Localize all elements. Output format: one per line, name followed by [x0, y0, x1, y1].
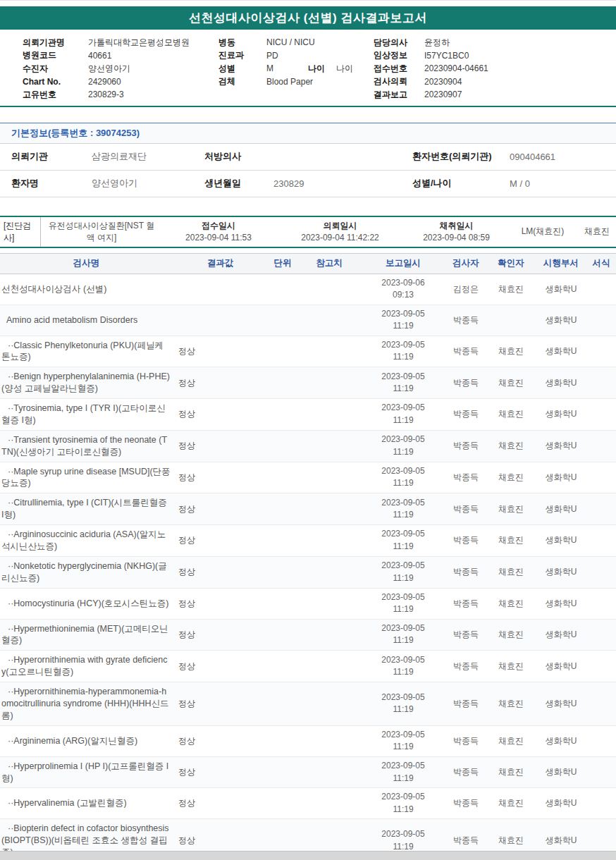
basic-info-table: 의뢰기관삼광의료재단처방의사환자번호(의뢰기관)090404661환자명양선영아…: [0, 144, 616, 197]
confirmer-name: 채효진: [486, 797, 536, 809]
result-row[interactable]: ··Hypervalinemia (고발린혈증)정상2023-09-0511:1…: [0, 788, 616, 819]
info-row: 병원코드40661: [23, 49, 218, 63]
examiner-name: 박종득: [445, 698, 486, 710]
examiner-name: 김정은: [445, 283, 486, 295]
result-value: 정상: [173, 377, 268, 389]
field-value: 20230904-04661: [424, 63, 488, 73]
examiner-name: 박종득: [445, 440, 486, 452]
result-row[interactable]: ··Hyperprolinemia I (HP I)(고프롤린혈증 I형)정상2…: [0, 757, 616, 789]
field-label: 검체: [218, 75, 266, 87]
field-value: PD: [266, 51, 278, 61]
department-name: 생화학U: [536, 345, 586, 357]
test-name: ··Transient tyrosinemia of the neonate (…: [0, 431, 173, 462]
diagnosis-test-group: 유전성대사이상질환[NST 혈액 여지]: [41, 218, 162, 245]
datetime-value: 2023-09-04 11:53: [162, 232, 275, 243]
examiner-name: 박종득: [445, 408, 486, 420]
report-date: 2023-09-05: [361, 729, 445, 741]
report-date: 2023-09-05: [361, 528, 445, 540]
report-datetime: 2023-09-0511:19: [361, 591, 445, 616]
column-header: 보고일시: [361, 257, 445, 269]
result-row[interactable]: ··Transient tyrosinemia of the neonate (…: [0, 431, 616, 462]
result-row[interactable]: ··Argininemia (ARG)(알지닌혈증)정상2023-09-0511…: [0, 726, 616, 757]
result-value: 정상: [173, 698, 268, 710]
datetime-label: 접수일시: [162, 220, 275, 231]
result-row[interactable]: ··Nonketotic hyperglycinemia (NKHG)(글리신뇨…: [0, 557, 616, 589]
result-row[interactable]: ··Homocystinuria (HCY)(호모시스틴뇨증)정상2023-09…: [0, 589, 616, 620]
info-row: 병동NICU / NICU: [218, 36, 374, 49]
field-label: 나이: [308, 63, 336, 75]
result-value: 정상: [173, 735, 268, 747]
test-name: ··Hyperornithinemia-hyperammonemia-homoc…: [0, 682, 173, 725]
collector-name: LM(채효진): [507, 226, 578, 238]
result-row[interactable]: Amino acid metabolism Disorders2023-09-0…: [0, 305, 616, 336]
result-row[interactable]: ··Hyperornithinemia with gyrate deficien…: [0, 651, 616, 682]
datetime-stack: 의뢰일시2023-09-04 11:42:22: [275, 220, 405, 242]
report-datetime: 2023-09-0511:19: [361, 434, 445, 458]
column-header: 서식: [586, 257, 616, 269]
field-label: 환자명: [0, 177, 86, 190]
field-label: 생년월일: [204, 177, 268, 190]
report-datetime: 2023-09-0511:19: [361, 402, 445, 426]
report-date: 2023-09-05: [361, 692, 445, 704]
report-datetime: 2023-09-0511:19: [361, 465, 445, 490]
field-value: Blood Paper: [266, 77, 313, 87]
field-label: 병원코드: [23, 49, 88, 61]
field-label: 병동: [218, 37, 266, 49]
info-row: 의뢰기관명가톨릭대학교은평성모병원: [23, 36, 218, 49]
report-date: 2023-09-06: [361, 277, 445, 289]
department-name: 생화학U: [536, 598, 586, 610]
info-row: 검체Blood Paper: [218, 75, 374, 89]
result-value: 정상: [173, 566, 268, 578]
confirmer-name: 채효진: [486, 735, 536, 747]
info-row: 결과보고20230907: [374, 88, 616, 102]
result-row[interactable]: ··Benign hyperphenylalaninemia (H-PHE)(양…: [0, 367, 616, 399]
test-name: ··Nonketotic hyperglycinemia (NKHG)(글리신뇨…: [0, 557, 173, 588]
result-row[interactable]: ··Citrullinemia, type I (CIT)(시트룰린혈증 I형)…: [0, 493, 616, 525]
results-table-header: 검사명결과값단위참고치보고일시검사자확인자시행부서서식: [0, 253, 616, 274]
department-name: 생화학U: [536, 835, 586, 847]
result-row[interactable]: ··Classic Phenylketonuria (PKU)(페닐케톤뇨증)정…: [0, 336, 616, 368]
test-name: ··Homocystinuria (HCY)(호모시스틴뇨증): [0, 594, 173, 613]
test-name: ··Hyperprolinemia I (HP I)(고프롤린혈증 I형): [0, 757, 173, 788]
result-value: 정상: [173, 345, 268, 357]
report-date: 2023-09-05: [361, 465, 445, 477]
field-value: M / 0: [504, 178, 616, 189]
field-label: 의뢰기관명: [23, 37, 88, 49]
result-row[interactable]: ··Maple syrup urine disease [MSUD](단풍당뇨증…: [0, 462, 616, 494]
report-time: 11:19: [361, 320, 445, 332]
diagnosis-band: [진단검사] 유전성대사이상질환[NST 혈액 여지] 접수일시2023-09-…: [0, 216, 616, 248]
confirmer-name: 채효진: [486, 440, 536, 452]
result-row[interactable]: 선천성대사이상검사 (선별)2023-09-0609:13김정은채효진생화학U: [0, 274, 616, 305]
report-time: 11:19: [361, 804, 445, 816]
report-time: 11:19: [361, 383, 445, 395]
field-value: 2429060: [88, 77, 121, 87]
confirmer-name: 채효진: [486, 377, 536, 389]
field-label: 성별: [218, 63, 266, 75]
report-datetime: 2023-09-0511:19: [361, 692, 445, 716]
info-row: 접수번호20230904-04661: [374, 62, 616, 75]
test-name: ··Classic Phenylketonuria (PKU)(페닐케톤뇨증): [0, 336, 173, 367]
report-time: 11:19: [361, 634, 445, 646]
report-datetime: 2023-09-0511:19: [361, 791, 445, 816]
report-time: 11:19: [361, 414, 445, 426]
result-value: 정상: [173, 408, 268, 420]
basic-info-row: 의뢰기관삼광의료재단처방의사환자번호(의뢰기관)090404661: [0, 144, 616, 171]
result-row[interactable]: ··Hyperornithinemia-hyperammonemia-homoc…: [0, 682, 616, 726]
department-name: 생화학U: [536, 440, 586, 452]
department-name: 생화학U: [536, 698, 586, 710]
field-value: 090404661: [504, 152, 616, 162]
result-value: 정상: [173, 629, 268, 641]
result-row[interactable]: ··Tyrosinemia, type I (TYR I)(고타이로신혈증 I형…: [0, 399, 616, 431]
test-name: ··Argininosuccinic aciduria (ASA)(알지노석시닌…: [0, 525, 173, 556]
result-value: 정상: [173, 766, 268, 778]
field-value: 20230907: [424, 90, 462, 99]
diagnosis-datetimes: 접수일시2023-09-04 11:53의뢰일시2023-09-04 11:42…: [162, 220, 507, 242]
field-value: I57YC1BC0: [424, 51, 469, 61]
report-datetime: 2023-09-0511:19: [361, 828, 445, 853]
examiner-name: 박종득: [445, 661, 486, 672]
result-row[interactable]: ··Argininosuccinic aciduria (ASA)(알지노석시닌…: [0, 525, 616, 557]
result-row[interactable]: ··Hypermethioninemia (MET)(고메티오닌혈증)정상202…: [0, 620, 616, 651]
column-header: 시행부서: [536, 257, 586, 269]
report-date: 2023-09-05: [361, 591, 445, 603]
result-value: 정상: [173, 472, 268, 484]
